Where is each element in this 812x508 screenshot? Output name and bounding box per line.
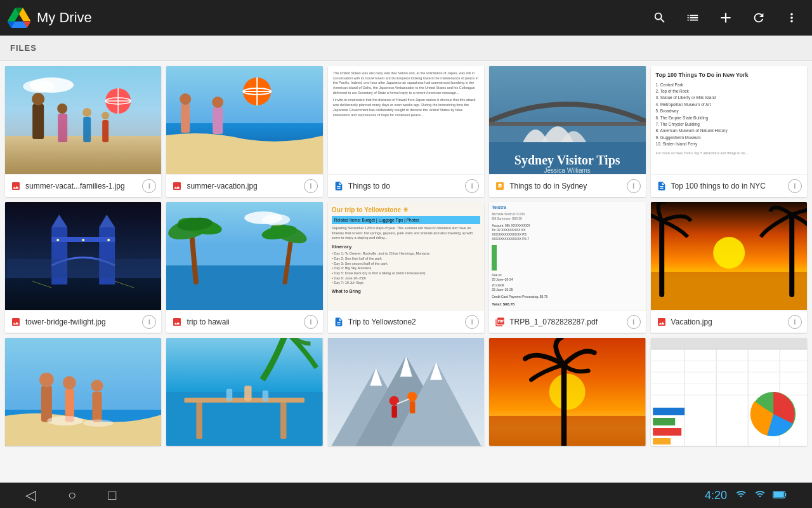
info-button-6[interactable]: i xyxy=(142,315,156,329)
search-button[interactable] xyxy=(647,5,672,30)
file-thumbnail-12 xyxy=(166,338,322,446)
svg-rect-20 xyxy=(213,107,223,134)
svg-rect-10 xyxy=(102,120,108,142)
svg-point-41 xyxy=(82,239,84,241)
file-info-4: Things to do in Sydney i xyxy=(489,174,645,197)
file-card-9[interactable]: Telstra Michelle Smith 073 050Bill Summa… xyxy=(489,202,645,333)
svg-point-3 xyxy=(23,80,55,93)
svg-text:Jessica Williams: Jessica Williams xyxy=(544,167,591,174)
logo-area: My Drive xyxy=(8,6,92,29)
file-thumbnail-4: Sydney Visitor Tips Jessica Williams xyxy=(489,66,645,174)
file-name-5: Top 100 things to do in NYC xyxy=(671,182,784,190)
file-thumbnail-2 xyxy=(166,66,322,174)
svg-rect-110 xyxy=(653,438,671,444)
file-card-7[interactable]: trip to hawaii i xyxy=(166,202,322,333)
svg-rect-92 xyxy=(489,416,645,446)
file-info-5: Top 100 things to do in NYC i xyxy=(651,174,807,197)
svg-point-42 xyxy=(107,239,110,241)
file-card-8[interactable]: Our trip to Yellowstone ☀ Related Items:… xyxy=(328,202,484,333)
file-thumbnail-14 xyxy=(489,338,645,446)
svg-rect-67 xyxy=(92,392,102,422)
back-button[interactable]: ◁ xyxy=(25,487,36,504)
svg-point-69 xyxy=(47,416,83,425)
svg-point-68 xyxy=(91,380,103,392)
file-card-10[interactable]: Vacation.jpg i xyxy=(651,202,807,333)
svg-rect-107 xyxy=(653,408,684,415)
file-thumbnail-1 xyxy=(5,66,161,174)
file-thumbnail-7 xyxy=(166,202,322,310)
file-name-7: trip to hawaii xyxy=(187,318,299,326)
svg-rect-33 xyxy=(5,278,161,310)
file-card-3[interactable]: The United States was also very well tha… xyxy=(328,66,484,197)
file-info-8: Trip to Yellowstone2 i xyxy=(328,310,484,333)
svg-rect-75 xyxy=(280,403,286,439)
svg-point-11 xyxy=(102,112,109,119)
file-name-9: TRPB_1_0782828287.pdf xyxy=(509,318,622,326)
file-card-1[interactable]: summer-vacat...families-1.jpg i xyxy=(5,66,161,197)
more-options-button[interactable] xyxy=(779,5,804,30)
bottom-bar: ◁ ○ □ 4:20 xyxy=(0,483,812,508)
svg-point-58 xyxy=(713,237,745,269)
home-button[interactable]: ○ xyxy=(68,487,76,504)
file-name-6: tower-bridge-twilight.jpg xyxy=(25,318,138,326)
svg-rect-87 xyxy=(391,406,397,418)
svg-point-93 xyxy=(549,374,586,410)
svg-point-88 xyxy=(407,392,417,401)
refresh-button[interactable] xyxy=(746,5,771,30)
file-card-13[interactable] xyxy=(328,338,484,446)
svg-rect-77 xyxy=(245,386,252,401)
info-button-3[interactable]: i xyxy=(465,179,479,193)
info-button-4[interactable]: i xyxy=(627,179,641,193)
info-button-10[interactable]: i xyxy=(788,315,802,329)
signal-icon xyxy=(755,489,765,502)
info-button-1[interactable]: i xyxy=(142,179,156,193)
file-type-icon-1 xyxy=(10,180,22,192)
file-card-14[interactable] xyxy=(489,338,645,446)
recents-button[interactable]: □ xyxy=(108,487,116,504)
bottom-right-status: 4:20 xyxy=(705,489,787,502)
svg-rect-109 xyxy=(653,428,681,436)
file-thumbnail-8: Our trip to Yellowstone ☀ Related Items:… xyxy=(328,202,484,310)
info-button-2[interactable]: i xyxy=(304,179,318,193)
svg-point-19 xyxy=(180,93,192,105)
svg-point-55 xyxy=(263,214,291,225)
file-card-15[interactable] xyxy=(651,338,807,446)
svg-rect-39 xyxy=(7,259,161,278)
svg-rect-59 xyxy=(659,221,664,297)
file-thumbnail-13 xyxy=(328,338,484,446)
file-card-2[interactable]: summer-vacation.jpg i xyxy=(166,66,322,197)
file-thumbnail-11 xyxy=(5,338,161,446)
file-grid: summer-vacat...families-1.jpg i xyxy=(5,66,807,446)
svg-rect-18 xyxy=(181,104,190,133)
svg-point-70 xyxy=(83,420,113,427)
grid-container: summer-vacat...families-1.jpg i xyxy=(0,61,812,483)
file-name-3: Things to do xyxy=(348,182,461,190)
file-card-4[interactable]: Sydney Visitor Tips Jessica Williams Thi… xyxy=(489,66,645,197)
svg-rect-1 xyxy=(5,136,161,174)
file-info-1: summer-vacat...families-1.jpg i xyxy=(5,174,161,197)
file-card-5[interactable]: Top 100 Things To Do in New York 1. Cent… xyxy=(651,66,807,197)
info-button-8[interactable]: i xyxy=(465,315,479,329)
file-type-icon-3 xyxy=(333,180,344,192)
info-button-5[interactable]: i xyxy=(788,179,802,193)
file-info-7: trip to hawaii i xyxy=(166,310,322,333)
info-button-9[interactable]: i xyxy=(627,315,641,329)
info-button-7[interactable]: i xyxy=(304,315,318,329)
file-card-12[interactable] xyxy=(166,338,322,446)
svg-point-5 xyxy=(32,93,44,105)
file-card-11[interactable] xyxy=(5,338,161,446)
svg-rect-113 xyxy=(774,491,784,497)
file-info-10: Vacation.jpg i xyxy=(651,310,807,333)
file-type-icon-2 xyxy=(171,180,183,192)
file-type-icon-7 xyxy=(171,316,183,328)
file-info-2: summer-vacation.jpg i xyxy=(166,174,322,197)
file-thumbnail-5: Top 100 Things To Do in New York 1. Cent… xyxy=(651,66,807,174)
file-card-6[interactable]: tower-bridge-twilight.jpg i xyxy=(5,202,161,333)
list-view-button[interactable] xyxy=(680,5,705,30)
file-name-2: summer-vacation.jpg xyxy=(187,182,299,190)
svg-point-21 xyxy=(213,97,224,108)
file-name-8: Trip to Yellowstone2 xyxy=(348,318,461,326)
file-name-10: Vacation.jpg xyxy=(671,318,784,326)
add-button[interactable] xyxy=(713,5,738,30)
file-info-9: TRPB_1_0782828287.pdf i xyxy=(489,310,645,333)
